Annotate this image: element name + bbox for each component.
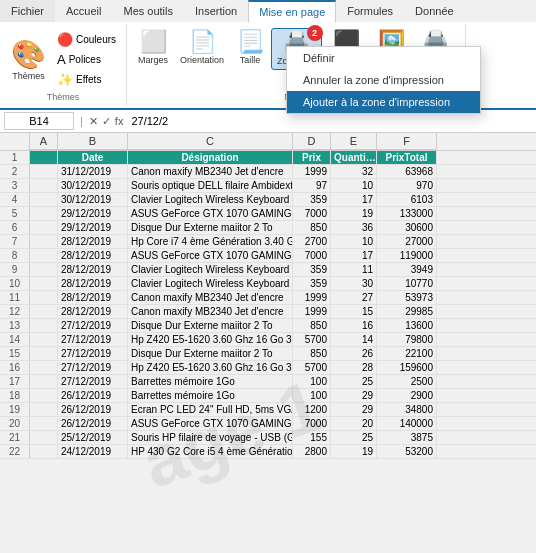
- cell-5[interactable]: 34800: [377, 403, 437, 416]
- cell-4[interactable]: 25: [331, 375, 377, 388]
- header-prix[interactable]: Prix: [293, 151, 331, 164]
- table-row[interactable]: 1527/12/2019Disque Dur Externe maiitor 2…: [0, 347, 536, 361]
- cell-1[interactable]: 27/12/2019: [58, 319, 128, 332]
- cell-2[interactable]: Ecran PC LED 24" Full HD, 5ms VGA/DVI/US…: [128, 403, 293, 416]
- cell-5[interactable]: 27000: [377, 235, 437, 248]
- cell-2[interactable]: ASUS GeForce GTX 1070 GAMING: [128, 249, 293, 262]
- cell-5[interactable]: 53973: [377, 291, 437, 304]
- cell-0[interactable]: [30, 291, 58, 304]
- cell-5[interactable]: 30600: [377, 221, 437, 234]
- tab-mes-outils[interactable]: Mes outils: [112, 0, 184, 22]
- cell-3[interactable]: 97: [293, 179, 331, 192]
- cell-5[interactable]: 22100: [377, 347, 437, 360]
- table-row[interactable]: 728/12/2019Hp Core i7 4 ème Génération 3…: [0, 235, 536, 249]
- cell-5[interactable]: 3949: [377, 263, 437, 276]
- cell-1[interactable]: 28/12/2019: [58, 263, 128, 276]
- cell-3[interactable]: 1999: [293, 291, 331, 304]
- cell-reference-input[interactable]: [4, 112, 74, 130]
- cell-5[interactable]: 140000: [377, 417, 437, 430]
- cell-4[interactable]: 25: [331, 431, 377, 444]
- tab-donnee[interactable]: Donnée: [404, 0, 465, 22]
- cell-3[interactable]: 359: [293, 277, 331, 290]
- cell-2[interactable]: Souris HP filaire de voyage - USB (GIK28…: [128, 431, 293, 444]
- cell-1[interactable]: 30/12/2019: [58, 193, 128, 206]
- cell-3[interactable]: 5700: [293, 333, 331, 346]
- table-row[interactable]: 1627/12/2019Hp Z420 E5-1620 3.60 Ghz 16 …: [0, 361, 536, 375]
- cell-2[interactable]: Barrettes mémoire 1Go: [128, 375, 293, 388]
- cell-5[interactable]: 10770: [377, 277, 437, 290]
- cell-0[interactable]: [30, 263, 58, 276]
- table-row[interactable]: 1427/12/2019Hp Z420 E5-1620 3.60 Ghz 16 …: [0, 333, 536, 347]
- cell-0[interactable]: [30, 235, 58, 248]
- cell-3[interactable]: 850: [293, 319, 331, 332]
- cell-0[interactable]: [30, 431, 58, 444]
- cell-0[interactable]: [30, 417, 58, 430]
- cell-0[interactable]: [30, 249, 58, 262]
- cell-2[interactable]: Canon maxify MB2340 Jet d'encre: [128, 291, 293, 304]
- cell-2[interactable]: Souris optique DELL filaire Ambidextre U…: [128, 179, 293, 192]
- cell-4[interactable]: 19: [331, 445, 377, 458]
- dropdown-annuler[interactable]: Annuler la zone d'impression: [287, 69, 480, 91]
- cell-2[interactable]: Disque Dur Externe maiitor 2 To: [128, 319, 293, 332]
- cell-4[interactable]: 26: [331, 347, 377, 360]
- cell-5[interactable]: 2500: [377, 375, 437, 388]
- cell-1[interactable]: 24/12/2019: [58, 445, 128, 458]
- cell-5[interactable]: 119000: [377, 249, 437, 262]
- cell-1[interactable]: 25/12/2019: [58, 431, 128, 444]
- cell-1[interactable]: 28/12/2019: [58, 235, 128, 248]
- cell-3[interactable]: 1999: [293, 305, 331, 318]
- cell-0[interactable]: [30, 179, 58, 192]
- cell-1[interactable]: 29/12/2019: [58, 207, 128, 220]
- cell-5[interactable]: 29985: [377, 305, 437, 318]
- table-row[interactable]: 231/12/2019Canon maxify MB2340 Jet d'enc…: [0, 165, 536, 179]
- tab-fichier[interactable]: Fichier: [0, 0, 55, 22]
- header-prixtotal[interactable]: PrixTotal: [377, 151, 437, 164]
- cell-1[interactable]: 31/12/2019: [58, 165, 128, 178]
- cell-3[interactable]: 7000: [293, 207, 331, 220]
- cell-3[interactable]: 7000: [293, 249, 331, 262]
- dropdown-ajouter[interactable]: Ajouter à la zone d'impression: [287, 91, 480, 113]
- cell-0[interactable]: [30, 165, 58, 178]
- cell-2[interactable]: Hp Z420 E5-1620 3.60 Ghz 16 Go 3.5 To: [128, 333, 293, 346]
- cell-3[interactable]: 2800: [293, 445, 331, 458]
- cell-4[interactable]: 15: [331, 305, 377, 318]
- cell-4[interactable]: 11: [331, 263, 377, 276]
- cell-2[interactable]: HP 430 G2 Core i5 4 ème Génération 8go 5…: [128, 445, 293, 458]
- cell-1[interactable]: 27/12/2019: [58, 361, 128, 374]
- cell-5[interactable]: 53200: [377, 445, 437, 458]
- formula-input[interactable]: [127, 113, 532, 129]
- cell-5[interactable]: 159600: [377, 361, 437, 374]
- table-row[interactable]: 1327/12/2019Disque Dur Externe maiitor 2…: [0, 319, 536, 333]
- cell-2[interactable]: ASUS GeForce GTX 1070 GAMING: [128, 417, 293, 430]
- cell-3[interactable]: 100: [293, 389, 331, 402]
- table-row[interactable]: 2125/12/2019Souris HP filaire de voyage …: [0, 431, 536, 445]
- cell-1[interactable]: 26/12/2019: [58, 417, 128, 430]
- taille-button[interactable]: 📃 Taille: [231, 28, 269, 68]
- cell-1[interactable]: 27/12/2019: [58, 375, 128, 388]
- cell-4[interactable]: 30: [331, 277, 377, 290]
- table-row[interactable]: 629/12/2019Disque Dur Externe maiitor 2 …: [0, 221, 536, 235]
- cell-0[interactable]: [30, 403, 58, 416]
- cell-3[interactable]: 1200: [293, 403, 331, 416]
- header-date[interactable]: Date: [58, 151, 128, 164]
- cell-5[interactable]: 6103: [377, 193, 437, 206]
- dropdown-definir[interactable]: Définir: [287, 47, 480, 69]
- cell-4[interactable]: 32: [331, 165, 377, 178]
- polices-button[interactable]: A Polices: [53, 50, 120, 69]
- cell-3[interactable]: 100: [293, 375, 331, 388]
- cell-2[interactable]: Canon maxify MB2340 Jet d'encre: [128, 305, 293, 318]
- cell-3[interactable]: 359: [293, 193, 331, 206]
- cell-2[interactable]: Disque Dur Externe maiitor 2 To: [128, 347, 293, 360]
- cell-2[interactable]: Hp Z420 E5-1620 3.60 Ghz 16 Go 3.5 To: [128, 361, 293, 374]
- effets-button[interactable]: ✨ Effets: [53, 70, 120, 89]
- tab-formules[interactable]: Formules: [336, 0, 404, 22]
- cell-5[interactable]: 79800: [377, 333, 437, 346]
- cell-4[interactable]: 10: [331, 235, 377, 248]
- cell-0[interactable]: [30, 361, 58, 374]
- table-row[interactable]: 1826/12/2019Barrettes mémoire 1Go1002929…: [0, 389, 536, 403]
- tab-mise-en-page[interactable]: Mise en page: [248, 0, 336, 23]
- cell-1[interactable]: 28/12/2019: [58, 305, 128, 318]
- cell-0[interactable]: [30, 221, 58, 234]
- cell-4[interactable]: 10: [331, 179, 377, 192]
- table-row[interactable]: 330/12/2019Souris optique DELL filaire A…: [0, 179, 536, 193]
